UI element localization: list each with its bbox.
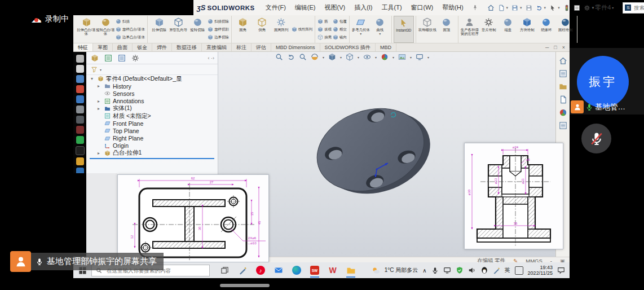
rollback-bar[interactable] <box>90 158 214 159</box>
mute-toggle-button[interactable] <box>581 124 611 153</box>
doc-restore-button[interactable]: □ <box>554 45 557 50</box>
fillet-button[interactable]: 圆角 <box>233 16 253 43</box>
expander-icon[interactable]: ▸ <box>98 106 102 111</box>
menu-insert[interactable]: 插入(I) <box>350 3 376 12</box>
home-icon[interactable] <box>559 56 567 65</box>
draft-button[interactable]: 拔模 <box>317 27 332 32</box>
mail-button[interactable] <box>273 264 284 276</box>
linear-pattern-button[interactable]: 线性阵列 <box>292 27 313 32</box>
expander-icon[interactable]: ▸ <box>98 84 102 89</box>
extruded-cut-button[interactable]: 拉伸切除 <box>149 16 169 43</box>
boundary-cut-button[interactable]: 边界切除 <box>208 34 229 40</box>
qq-icon[interactable] <box>480 266 488 274</box>
tab-surfaces[interactable]: 曲面 <box>113 43 133 51</box>
curves-button[interactable]: 曲线▾ <box>370 16 390 43</box>
dropdown-caret[interactable]: ▾ <box>506 6 509 10</box>
menu-view[interactable]: 视图(V) <box>320 3 349 12</box>
tab-sheet-metal[interactable]: 钣金 <box>133 43 152 51</box>
tree-item-material[interactable]: 材质 <未指定> <box>86 112 218 120</box>
tab-mbd-dimensions[interactable]: MBD Dimensions <box>271 43 320 51</box>
panel-arrows-icon[interactable]: ‹ ·› <box>208 55 215 61</box>
doc-close-button[interactable]: × <box>562 45 565 50</box>
instant3d-button[interactable]: Instant3D <box>394 16 414 43</box>
select-cursor-icon[interactable] <box>549 5 556 11</box>
edge-button[interactable] <box>291 264 302 276</box>
dropdown-caret[interactable]: ▾ <box>323 55 324 59</box>
dock-icon[interactable] <box>76 146 85 155</box>
gasket-macro-button[interactable]: 垫片绘制 <box>479 16 499 43</box>
revolved-boss-button[interactable]: 旋转凸台/基体 <box>96 16 115 43</box>
ime-language-indicator[interactable]: 英 <box>505 266 510 274</box>
dock-icon[interactable] <box>76 95 84 103</box>
taskbar-clock[interactable]: 19:43 2022/11/25 <box>528 265 553 276</box>
section-view-icon[interactable] <box>311 53 319 61</box>
new-document-icon[interactable] <box>498 5 505 11</box>
extruded-boss-button[interactable]: 拉伸凸台/基体 <box>77 16 96 43</box>
solidworks-app-button[interactable]: SW <box>309 264 320 276</box>
mirror-button[interactable]: 镜向 <box>333 34 347 40</box>
usb-device-icon[interactable] <box>431 267 439 274</box>
custom-properties-icon[interactable] <box>559 121 567 130</box>
dimxpert-manager-icon[interactable] <box>131 54 139 62</box>
tree-item-top-plane[interactable]: Top Plane <box>86 127 218 134</box>
file-explorer-button[interactable] <box>345 264 356 276</box>
home-icon[interactable] <box>487 4 495 11</box>
dropdown-caret[interactable]: ▾ <box>558 6 560 10</box>
sogou-icon[interactable] <box>493 267 500 274</box>
dock-icon[interactable] <box>76 157 84 165</box>
dock-icon[interactable] <box>76 85 84 93</box>
dropdown-caret[interactable]: ▾ <box>544 6 546 10</box>
search-input[interactable] <box>633 4 644 11</box>
design-library-icon[interactable] <box>559 69 567 78</box>
hide-show-items-icon[interactable] <box>363 53 371 61</box>
dropdown-caret[interactable]: ▾ <box>100 68 102 72</box>
apply-scene-icon[interactable] <box>398 53 406 61</box>
tab-solidworks-addins[interactable]: SOLIDWORKS 插件 <box>320 43 376 51</box>
dome-button[interactable]: 圆顶 <box>437 16 456 43</box>
dock-icon[interactable] <box>76 126 84 134</box>
swept-boss-button[interactable]: 扫描 <box>116 19 145 24</box>
filter-funnel-icon[interactable] <box>91 66 98 73</box>
display-tray-icon[interactable] <box>443 266 451 274</box>
rib-button[interactable]: 筋 <box>317 19 332 24</box>
dropdown-caret[interactable]: ▾ <box>410 55 412 59</box>
weather-text[interactable]: 1°C 局部多云 <box>385 266 418 274</box>
file-explorer-icon[interactable] <box>559 82 567 91</box>
publish-icon[interactable] <box>526 5 532 11</box>
dropdown-caret[interactable]: ▾ <box>612 6 614 10</box>
boundary-boss-button[interactable]: 边界凸台/基体 <box>116 34 145 40</box>
action-center-icon[interactable] <box>557 266 565 274</box>
swept-cut-button[interactable]: 扫描切除 <box>208 19 229 24</box>
dock-icon[interactable] <box>76 65 84 73</box>
wrap-button[interactable]: 包覆 <box>333 19 347 24</box>
security-shield-icon[interactable] <box>456 266 464 274</box>
property-manager-icon[interactable] <box>104 54 112 62</box>
view-palette-icon[interactable] <box>559 95 567 104</box>
expander-icon[interactable]: ▾ <box>91 76 95 81</box>
task-view-button[interactable] <box>219 264 230 276</box>
tab-weldments[interactable]: 焊件 <box>152 43 172 51</box>
tab-markup[interactable]: 标注 <box>232 43 252 51</box>
cylinder-macro-button[interactable]: 圆柱绘制 <box>556 16 575 43</box>
revolved-cut-button[interactable]: 旋转切除 <box>188 16 207 43</box>
chamfer-button[interactable]: 倒角 <box>253 16 272 43</box>
dropdown-caret[interactable]: ▾ <box>360 32 361 36</box>
tab-evaluate[interactable]: 评估 <box>252 43 271 51</box>
tree-item-boss-extrude[interactable]: ▸ 凸台-拉伸1 <box>86 150 218 157</box>
meeting-participant-tile[interactable]: 振宇 基地管… <box>570 48 644 115</box>
dock-icon[interactable] <box>76 106 84 113</box>
dropdown-caret[interactable]: ▾ <box>427 55 429 59</box>
dropdown-caret[interactable]: ▾ <box>340 55 342 59</box>
view-orientation-icon[interactable] <box>328 53 336 61</box>
graphics-area[interactable]: ▾ ▾ ▾ ▾ ▾ ▾ ▾ <box>73 52 570 257</box>
rebuild-traffic-light-icon[interactable] <box>563 5 570 11</box>
lofted-cut-button[interactable]: 放样切割 <box>208 27 229 32</box>
reference-geometry-button[interactable]: 参考几何体▾ <box>351 16 370 43</box>
dropdown-caret[interactable]: ▾ <box>379 32 381 36</box>
lofted-boss-button[interactable]: 放样凸台/基体 <box>116 27 145 32</box>
tab-features[interactable]: 特征 <box>73 43 93 51</box>
doc-minimize-button[interactable]: ─ <box>545 45 549 50</box>
dropdown-caret[interactable]: ▾ <box>592 6 594 10</box>
3d-flange-part[interactable] <box>310 102 440 200</box>
undo-icon[interactable] <box>536 5 542 11</box>
